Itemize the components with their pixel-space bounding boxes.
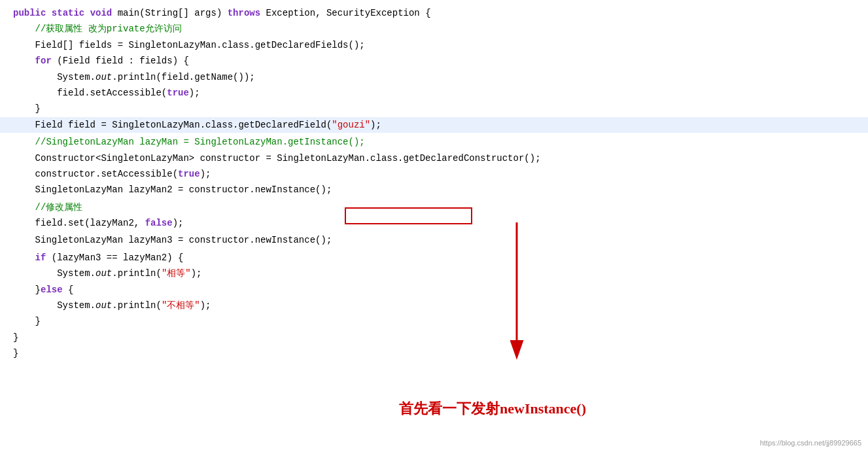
code-token: }	[13, 332, 18, 343]
code-token: field	[95, 56, 123, 66]
code-token: SingletonLazyMan lazyMan3 = constructor.…	[13, 235, 332, 245]
code-token: if	[35, 252, 46, 263]
code-token: field.set(lazyMan2,	[13, 218, 145, 228]
code-line-10: //SingletonLazyMan lazyMan = SingletonLa…	[0, 134, 868, 150]
code-token: .println(	[112, 300, 162, 311]
code-container: public static void main(String[] args) t…	[0, 0, 868, 452]
code-token: true	[167, 88, 189, 98]
code-line-23: System.out.println("不相等");	[0, 298, 868, 313]
code-line-1: public static void main(String[] args) t…	[0, 5, 868, 21]
code-token: out	[95, 72, 112, 82]
code-line-25: }	[0, 330, 868, 345]
code-token: : fields) {	[123, 56, 189, 66]
code-token: "不相等"	[162, 300, 200, 311]
code-token: "gouzi"	[332, 120, 370, 130]
code-token: }	[13, 316, 41, 326]
code-block: public static void main(String[] args) t…	[0, 5, 868, 362]
code-line-7: }	[0, 101, 868, 116]
code-token: for	[35, 56, 52, 66]
code-token: out	[95, 268, 112, 279]
code-token: Field field = SingletonLazyMan.class.get…	[13, 120, 332, 130]
code-line-8: Field field = SingletonLazyMan.class.get…	[0, 117, 868, 133]
code-line-22: }else {	[0, 282, 868, 298]
code-token: }	[13, 103, 41, 114]
code-token: SingletonLazyMan lazyMan2 = constructor	[13, 184, 249, 195]
code-line-12: constructor.setAccessible(true);	[0, 166, 868, 182]
code-token: {	[63, 285, 74, 295]
code-line-21: System.out.println("相等");	[0, 266, 868, 281]
code-token: }	[13, 348, 18, 358]
code-token: public	[13, 8, 46, 18]
code-line-5: System.out.println(field.getName());	[0, 69, 868, 85]
code-line-20: if (lazyMan3 == lazyMan2) {	[0, 250, 868, 266]
code-token: .newInstance();	[249, 184, 332, 195]
code-token: );	[370, 120, 381, 130]
code-token	[84, 8, 90, 18]
code-token: }	[13, 285, 41, 295]
code-token	[13, 252, 35, 263]
code-line-13: SingletonLazyMan lazyMan2 = constructor.…	[0, 182, 868, 198]
code-line-24: }	[0, 313, 868, 329]
code-line-11: Constructor<SingletonLazyMan> constructo…	[0, 150, 868, 166]
code-token: constructor.setAccessible(	[13, 169, 178, 179]
code-token: //获取属性 改为private允许访问	[13, 24, 182, 34]
code-token: Exception, SecurityException {	[260, 8, 430, 18]
code-line-16: field.set(lazyMan2, false);	[0, 215, 868, 231]
code-token: System.	[13, 300, 95, 311]
code-line-26: }	[0, 345, 868, 361]
code-token: );	[200, 300, 211, 311]
code-token: field.setAccessible(	[13, 88, 167, 98]
code-line-4: for (Field field : fields) {	[0, 53, 868, 69]
code-token: );	[173, 218, 184, 228]
code-token: System.	[13, 268, 95, 279]
code-token: void	[90, 8, 113, 18]
code-token: throws	[228, 8, 260, 18]
code-token: out	[95, 300, 112, 311]
code-token: .println(	[112, 268, 162, 279]
code-line-3: Field[] fields = SingletonLazyMan.class.…	[0, 37, 868, 53]
code-token: );	[191, 268, 202, 279]
code-token: System.	[13, 72, 95, 82]
code-line-15: //修改属性	[0, 200, 868, 215]
code-token: Constructor<SingletonLazyMan> constructo…	[13, 153, 541, 164]
annotation-text: 首先看一下发射newInstance()	[399, 399, 586, 419]
code-line-2: //获取属性 改为private允许访问	[0, 21, 868, 37]
code-line-6: field.setAccessible(true);	[0, 85, 868, 101]
code-token: main(String[] args)	[112, 8, 227, 18]
code-token	[46, 8, 51, 18]
code-token: Field[] fields = SingletonLazyMan.class.…	[13, 40, 365, 50]
code-token: //SingletonLazyMan lazyMan = SingletonLa…	[13, 137, 365, 147]
code-token: (Field	[52, 56, 95, 66]
code-token: "相等"	[162, 268, 191, 279]
code-token: );	[189, 88, 200, 98]
code-token: .println(field.getName());	[112, 72, 254, 82]
code-token: //修改属性	[13, 202, 82, 213]
code-token: );	[200, 169, 211, 179]
code-token: true	[178, 169, 200, 179]
code-token	[13, 56, 35, 66]
watermark: https://blog.csdn.net/jj89929665	[760, 439, 861, 447]
code-line-18: SingletonLazyMan lazyMan3 = constructor.…	[0, 232, 868, 248]
code-token: (lazyMan3 == lazyMan2) {	[46, 252, 183, 263]
code-token: false	[145, 218, 173, 228]
code-token: else	[41, 285, 63, 295]
code-token: static	[52, 8, 84, 18]
